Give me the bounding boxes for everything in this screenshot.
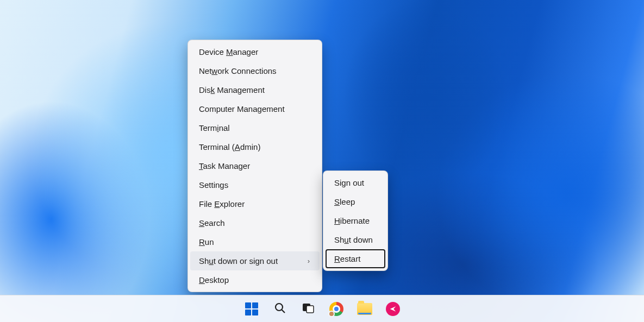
menu-item-file-explorer[interactable]: File Explorer xyxy=(190,194,320,213)
submenu-item-shut-down[interactable]: Shut down xyxy=(326,230,385,249)
task-view-button[interactable] xyxy=(300,301,316,317)
svg-point-0 xyxy=(276,304,283,311)
menu-item-search[interactable]: Search xyxy=(190,213,320,232)
menu-item-task-manager[interactable]: Task Manager xyxy=(190,156,320,175)
menu-item-label: Sign out xyxy=(334,178,364,187)
desktop[interactable]: Device ManagerNetwork ConnectionsDisk Ma… xyxy=(0,0,644,322)
chrome-app[interactable] xyxy=(328,301,345,317)
submenu-item-sleep[interactable]: Sleep xyxy=(326,192,385,211)
windows-logo-icon xyxy=(245,302,258,315)
pinned-app[interactable] xyxy=(385,301,401,317)
menu-item-terminal-admin[interactable]: Terminal (Admin) xyxy=(190,137,320,156)
svg-rect-3 xyxy=(307,306,314,313)
chrome-icon xyxy=(329,302,343,316)
menu-item-run[interactable]: Run xyxy=(190,232,320,251)
menu-item-network-connections[interactable]: Network Connections xyxy=(190,61,320,80)
send-icon xyxy=(386,302,400,316)
menu-item-terminal[interactable]: Terminal xyxy=(190,118,320,137)
menu-item-label: Shut down xyxy=(334,235,373,244)
menu-item-label: Network Connections xyxy=(199,66,277,75)
menu-item-label: Desktop xyxy=(199,275,229,285)
menu-item-label: Search xyxy=(199,218,225,228)
menu-item-label: Disk Management xyxy=(199,85,265,94)
menu-item-label: Settings xyxy=(199,180,228,190)
menu-item-label: Shut down or sign out xyxy=(199,256,278,266)
start-button[interactable] xyxy=(243,301,260,317)
menu-item-label: Hibernate xyxy=(334,216,370,225)
menu-item-label: Restart xyxy=(334,254,360,263)
search-button[interactable] xyxy=(272,301,288,317)
chevron-right-icon: › xyxy=(308,257,310,265)
menu-item-label: Run xyxy=(199,237,214,247)
shutdown-submenu: Sign outSleepHibernateShut downRestart xyxy=(323,171,388,271)
menu-item-device-manager[interactable]: Device Manager xyxy=(190,42,320,61)
menu-item-label: Sleep xyxy=(334,197,355,206)
task-view-icon xyxy=(302,301,315,317)
winx-context-menu: Device ManagerNetwork ConnectionsDisk Ma… xyxy=(187,40,322,292)
menu-item-shut-down-or-sign-out[interactable]: Shut down or sign out› xyxy=(190,251,320,270)
menu-item-label: Computer Management xyxy=(199,104,285,113)
menu-item-label: File Explorer xyxy=(199,199,245,209)
menu-item-label: Terminal (Admin) xyxy=(199,142,260,151)
taskbar xyxy=(0,295,644,322)
folder-icon xyxy=(357,303,372,315)
menu-item-computer-management[interactable]: Computer Management xyxy=(190,99,320,118)
submenu-item-hibernate[interactable]: Hibernate xyxy=(326,211,385,230)
file-explorer-app[interactable] xyxy=(357,301,373,317)
search-icon xyxy=(273,301,286,317)
menu-item-desktop[interactable]: Desktop xyxy=(190,270,320,289)
submenu-item-sign-out[interactable]: Sign out xyxy=(326,173,385,192)
menu-item-label: Task Manager xyxy=(199,161,250,171)
menu-item-label: Terminal xyxy=(199,123,230,132)
svg-line-1 xyxy=(282,310,285,313)
menu-item-label: Device Manager xyxy=(199,47,258,56)
menu-item-settings[interactable]: Settings xyxy=(190,175,320,194)
menu-item-disk-management[interactable]: Disk Management xyxy=(190,80,320,99)
submenu-item-restart[interactable]: Restart xyxy=(326,249,385,268)
